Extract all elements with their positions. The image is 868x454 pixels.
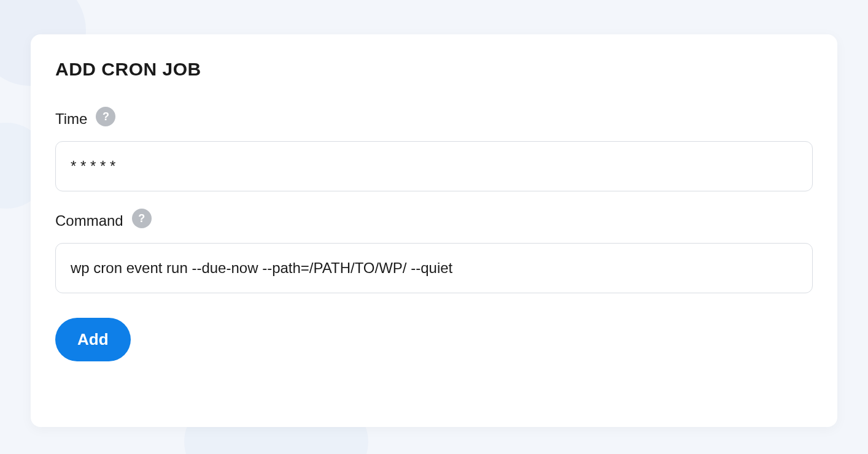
add-button[interactable]: Add xyxy=(55,318,131,361)
command-input[interactable] xyxy=(55,243,813,293)
time-form-group: Time ? xyxy=(55,109,813,191)
time-help-icon[interactable]: ? xyxy=(96,107,115,126)
command-label: Command xyxy=(55,212,123,229)
time-label-row: Time ? xyxy=(55,109,813,129)
add-cron-job-card: ADD CRON JOB Time ? Command ? Add xyxy=(31,34,837,427)
time-label: Time xyxy=(55,110,87,128)
command-help-icon[interactable]: ? xyxy=(132,209,152,228)
time-input[interactable] xyxy=(55,141,813,191)
command-label-row: Command ? xyxy=(55,211,813,231)
command-form-group: Command ? xyxy=(55,211,813,293)
card-title: ADD CRON JOB xyxy=(55,59,813,80)
